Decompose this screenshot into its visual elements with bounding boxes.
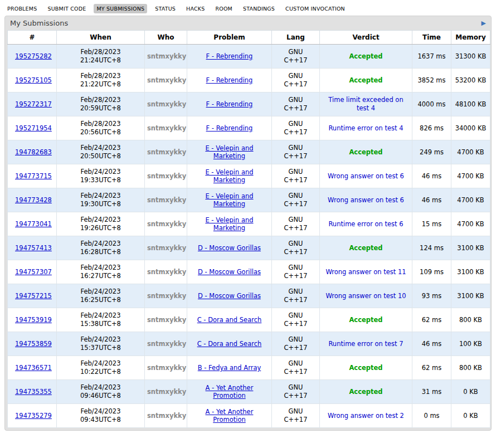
submission-id-link[interactable]: 194753919 (15, 316, 52, 324)
submission-id-link[interactable]: 195271954 (15, 124, 52, 132)
submission-who-cell: sntmxykky (145, 404, 187, 428)
submission-id-link[interactable]: 194736571 (15, 364, 52, 372)
time-consumed-cell: 0 ms (412, 404, 451, 428)
submission-id-link[interactable]: 195272317 (15, 100, 52, 108)
user-handle-link[interactable]: sntmxykky (147, 340, 186, 348)
user-handle-link[interactable]: sntmxykky (147, 364, 186, 372)
problem-link[interactable]: F - Rebrending (206, 52, 253, 60)
submission-id-link[interactable]: 194773715 (15, 172, 52, 180)
nav-item[interactable]: SUBMIT CODE (45, 4, 89, 13)
verdict-label: Accepted (349, 316, 382, 324)
nav-item[interactable]: STATUS (152, 4, 178, 13)
problem-link[interactable]: F - Rebrending (206, 124, 253, 132)
problem-link[interactable]: E - Velepin and Marketing (205, 192, 253, 208)
problem-link[interactable]: E - Velepin and Marketing (205, 144, 253, 160)
nav-item[interactable]: STANDINGS (240, 4, 278, 13)
problem-link[interactable]: C - Dora and Search (197, 340, 262, 348)
user-handle-link[interactable]: sntmxykky (147, 412, 186, 420)
problem-link[interactable]: E - Velepin and Marketing (205, 168, 253, 184)
timezone-label: UTC+8 (99, 128, 121, 136)
user-handle-link[interactable]: sntmxykky (147, 124, 186, 132)
submission-verdict-cell: Accepted (320, 140, 412, 164)
submission-lang-cell: GNU C++17 (272, 140, 320, 164)
submission-id-link[interactable]: 195275105 (15, 76, 52, 84)
user-handle-link[interactable]: sntmxykky (147, 388, 186, 396)
memory-consumed-cell: 0 KB (451, 380, 490, 404)
user-handle-link[interactable]: sntmxykky (147, 148, 186, 156)
user-handle-link[interactable]: sntmxykky (147, 76, 186, 84)
submission-id-link[interactable]: 194735355 (15, 388, 52, 396)
submission-row: 194757307 Feb/24/2023 16:27UTC+8 sntmxyk… (8, 260, 490, 284)
user-handle-link[interactable]: sntmxykky (147, 244, 186, 252)
problem-link[interactable]: C - Dora and Search (197, 316, 262, 324)
memory-consumed-cell: 48100 KB (451, 92, 490, 116)
memory-consumed-cell: 3100 KB (451, 260, 490, 284)
memory-consumed-cell: 3100 KB (451, 236, 490, 260)
nav-item[interactable]: HACKS (183, 4, 207, 13)
problem-link[interactable]: E - Velepin and Marketing (205, 216, 253, 232)
problem-link[interactable]: F - Rebrending (206, 100, 253, 108)
submission-time: 09:43UTC+8 (59, 416, 142, 424)
verdict-label: Accepted (349, 388, 382, 396)
problem-link[interactable]: A - Yet Another Promotion (206, 384, 254, 400)
submission-problem-cell: E - Velepin and Marketing (187, 188, 272, 212)
timezone-label: UTC+8 (99, 344, 121, 352)
expand-arrow-icon[interactable]: ▶ (482, 20, 486, 26)
problem-link[interactable]: D - Moscow Gorillas (198, 244, 261, 252)
user-handle-link[interactable]: sntmxykky (147, 316, 186, 324)
submission-id-link[interactable]: 195275282 (15, 52, 52, 60)
submission-id-link[interactable]: 194773041 (15, 220, 52, 228)
panel-header: My Submissions ▶ (7, 16, 489, 30)
submission-problem-cell: E - Velepin and Marketing (187, 212, 272, 236)
user-handle-link[interactable]: sntmxykky (147, 268, 186, 276)
time-consumed-cell: 4000 ms (412, 92, 451, 116)
submission-id-cell: 195275282 (8, 45, 57, 69)
problem-link[interactable]: D - Moscow Gorillas (198, 268, 261, 276)
submission-problem-cell: A - Yet Another Promotion (187, 404, 272, 428)
memory-consumed-cell: 4700 KB (451, 188, 490, 212)
submission-who-cell: sntmxykky (145, 164, 187, 188)
submission-lang-cell: GNU C++17 (272, 236, 320, 260)
problem-link[interactable]: A - Yet Another Promotion (206, 408, 254, 423)
submission-id-link[interactable]: 194782683 (15, 148, 52, 156)
submission-id-cell: 194782683 (8, 140, 57, 164)
submission-when-cell: Feb/28/2023 20:56UTC+8 (57, 116, 145, 140)
user-handle-link[interactable]: sntmxykky (147, 52, 186, 60)
col-header-memory: Memory (451, 31, 490, 45)
problem-link[interactable]: F - Rebrending (206, 76, 253, 84)
user-handle-link[interactable]: sntmxykky (147, 196, 186, 204)
submission-problem-cell: D - Moscow Gorillas (187, 260, 272, 284)
user-handle-link[interactable]: sntmxykky (147, 100, 186, 108)
nav-item[interactable]: PROBLEMS (4, 4, 40, 13)
problem-link[interactable]: D - Moscow Gorillas (198, 292, 261, 300)
submission-id-link[interactable]: 194773428 (15, 196, 52, 204)
submission-id-link[interactable]: 194757413 (15, 244, 52, 252)
user-handle-link[interactable]: sntmxykky (147, 172, 186, 180)
submission-date: Feb/24/2023 (59, 383, 142, 392)
submission-problem-cell: F - Rebrending (187, 69, 272, 92)
submission-lang-cell: GNU C++17 (272, 116, 320, 140)
submission-date: Feb/24/2023 (59, 144, 142, 152)
verdict-label: Wrong answer on test 6 (328, 172, 404, 181)
submission-date: Feb/28/2023 (59, 96, 142, 104)
time-consumed-cell: 1637 ms (412, 45, 451, 69)
nav-item[interactable]: CUSTOM INVOCATION (283, 4, 348, 13)
submission-who-cell: sntmxykky (145, 380, 187, 404)
problem-link[interactable]: B - Fedya and Array (198, 364, 261, 372)
submission-id-link[interactable]: 194757307 (15, 268, 52, 276)
submission-id-link[interactable]: 194753859 (15, 340, 52, 348)
nav-item[interactable]: MY SUBMISSIONS (94, 4, 147, 13)
time-consumed-cell: 249 ms (412, 140, 451, 164)
submission-time: 16:25UTC+8 (59, 296, 142, 304)
submission-verdict-cell: Runtime error on test 6 (320, 212, 412, 236)
user-handle-link[interactable]: sntmxykky (147, 220, 186, 228)
submission-id-link[interactable]: 194757215 (15, 292, 52, 300)
submission-row: 194782683 Feb/24/2023 20:50UTC+8 sntmxyk… (8, 140, 490, 164)
timezone-label: UTC+8 (99, 104, 121, 112)
submission-when-cell: Feb/24/2023 10:22UTC+8 (57, 356, 145, 380)
submission-id-link[interactable]: 194735279 (15, 412, 52, 420)
nav-item[interactable]: ROOM (212, 4, 235, 13)
user-handle-link[interactable]: sntmxykky (147, 292, 186, 300)
submission-when-cell: Feb/24/2023 15:38UTC+8 (57, 308, 145, 332)
submission-id-cell: 194736571 (8, 356, 57, 380)
